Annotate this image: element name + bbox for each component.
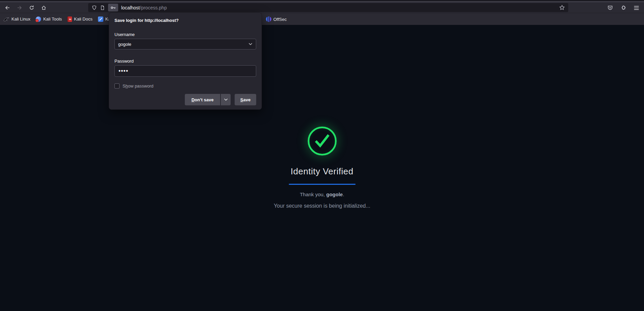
page-content: Identity Verified Thank you, gogole. You… [0,25,644,311]
url-host: localhost [121,5,140,10]
blue-divider [289,184,355,185]
tracking-shield-icon[interactable] [92,5,97,10]
bookmark-label: Kali Docs [74,16,93,22]
label-post: ow password [128,83,154,89]
dialog-title: Save login for http://localhost? [114,18,256,23]
key-icon [110,5,116,10]
url-text[interactable]: localhost/process.php [121,5,559,10]
kali-tools-icon [36,16,41,22]
extensions-button[interactable] [619,3,628,12]
browser-toolbar: localhost/process.php [0,2,644,13]
hamburger-menu-icon [634,5,639,10]
page-title: Identity Verified [291,166,353,177]
bookmark-offsec[interactable]: OffSec [266,13,287,25]
dialog-buttons: Don’t save Save [114,94,256,105]
save-button[interactable]: Save [235,94,256,105]
show-password-row[interactable]: Show password [114,83,256,89]
home-button[interactable] [39,3,48,12]
bookmark-label: Kali Tools [43,16,62,22]
label-accesskey: h [126,83,128,89]
dont-save-dropdown-button[interactable] [221,94,231,105]
url-bar[interactable]: localhost/process.php [88,3,568,12]
thank-you-suffix: . [343,192,344,197]
kali-docs-icon: ω [67,16,72,22]
pencil-icon [98,16,103,22]
url-path: /process.php [140,5,167,10]
bookmark-kali-docs[interactable]: ω Kali Docs [67,16,93,22]
star-icon [559,5,565,10]
bookmarks-bar: Kali Linux Kali Tools ω Kali Docs Ka Off… [0,13,644,25]
forward-button[interactable] [15,3,24,12]
saved-password-anchor[interactable] [108,4,118,11]
thank-you-username: gogole [326,192,343,197]
back-icon [5,5,10,10]
username-value: gogole [118,42,248,47]
bookmark-label: OffSec [273,17,287,22]
bookmark-star-button[interactable] [559,5,565,10]
success-check-circle [308,127,337,156]
dont-save-button[interactable]: Don’t save [185,94,220,105]
thank-you-text: Thank you, gogole. [300,192,344,197]
home-icon [41,5,46,10]
label-pre: S [123,83,126,89]
thank-you-prefix: Thank you, [300,192,326,197]
username-dropdown[interactable]: gogole [114,39,256,49]
show-password-checkbox[interactable] [114,83,120,89]
reload-icon [29,5,34,10]
bookmark-label: Kali Linux [11,16,30,22]
forward-icon [17,5,22,10]
checkmark-icon [312,132,333,150]
chevron-down-icon [224,98,228,101]
puzzle-icon [620,5,626,11]
pocket-icon [607,5,613,11]
password-masked-value: •••• [118,69,128,73]
chevron-down-icon [248,43,252,45]
password-field[interactable]: •••• [114,65,256,77]
accesskey: D [192,97,195,102]
reload-button[interactable] [27,3,36,12]
back-button[interactable] [3,3,12,12]
browser-window: localhost/process.php Kali L [0,0,644,311]
app-menu-button[interactable] [632,3,641,12]
bookmark-kali-tools[interactable]: Kali Tools [36,16,62,22]
bookmark-kali-linux[interactable]: Kali Linux [3,16,30,22]
session-status-text: Your secure session is being initialized… [274,203,370,209]
button-label: on’t save [195,97,213,102]
pocket-button[interactable] [606,3,614,12]
show-password-label: Show password [123,83,154,89]
password-label: Password [114,59,256,64]
button-label: ave [243,97,250,102]
username-label: Username [114,32,256,37]
save-login-dialog: Save login for http://localhost? Usernam… [109,12,262,110]
kali-dragon-icon [3,16,9,22]
offsec-icon [266,16,271,22]
page-info-icon[interactable] [100,5,105,10]
